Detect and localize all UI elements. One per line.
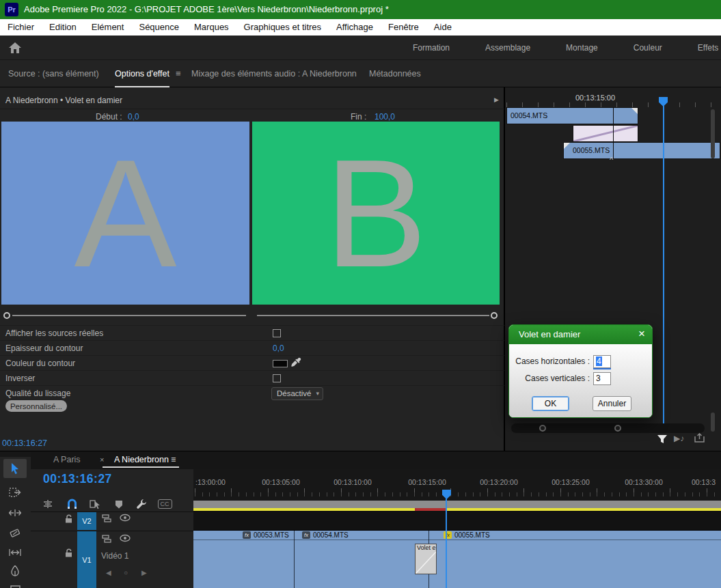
anti-aliasing-dropdown[interactable]: Désactivé▾ — [271, 387, 323, 400]
track-v1-name[interactable]: Vidéo 1 — [101, 551, 128, 561]
next-keyframe-icon[interactable]: ▶ — [141, 569, 147, 576]
menu-marques[interactable]: Marques — [187, 19, 236, 36]
tab-options-effet[interactable]: Options d'effet≡ — [115, 60, 181, 87]
play-audio-icon[interactable]: ▶♪ — [674, 434, 684, 443]
effect-controls-header: A Niederbronn • Volet en damier ▶ — [0, 93, 504, 109]
timeline-zoom-scrollbar[interactable] — [193, 501, 721, 508]
menu-element[interactable]: Elément — [84, 19, 132, 36]
timeline-ruler[interactable]: :13:00:00 00:13:05:00 00:13:10:00 00:13:… — [193, 469, 721, 499]
export-icon[interactable] — [694, 433, 705, 443]
v1-lock-icon[interactable] — [65, 548, 73, 557]
horizontal-boxes-input[interactable]: 4 — [593, 355, 611, 368]
timeline-settings-wrench-icon[interactable] — [134, 497, 149, 511]
marker-icon[interactable] — [111, 497, 126, 511]
zoom-handle-right[interactable] — [614, 425, 621, 432]
fx-badge-icon[interactable]: fx — [243, 531, 251, 539]
zoom-handle-left[interactable] — [539, 425, 546, 432]
menu-edition[interactable]: Edition — [42, 19, 84, 36]
clip-00055[interactable]: fx 00055.MTS — [428, 531, 721, 588]
track-v1-badge[interactable]: V1 — [77, 531, 96, 588]
eyedropper-icon[interactable] — [291, 357, 301, 368]
border-color-swatch[interactable] — [273, 360, 288, 367]
mini-ruler-ticks[interactable] — [506, 102, 711, 107]
track-v2-content[interactable] — [193, 511, 721, 531]
fx-badge-icon[interactable]: fx — [302, 531, 310, 539]
timeline-tab-bar: A Paris × A Niederbronn ≡ — [31, 451, 721, 469]
tab-metadonnees[interactable]: Métadonnées — [369, 60, 421, 87]
workspace-tab-assemblage[interactable]: Assemblage — [467, 36, 548, 60]
mini-clip-00055[interactable]: 00055.MTS — [563, 142, 720, 159]
end-slider-handle[interactable] — [491, 312, 498, 319]
dialog-title-bar[interactable]: Volet en damier × — [509, 325, 652, 344]
workspace-tab-effets[interactable]: Effets — [680, 36, 721, 60]
mini-vertical-scrollbar[interactable] — [711, 109, 715, 158]
show-sources-checkbox[interactable] — [273, 329, 281, 337]
effect-timeline-zoom-scrollbar[interactable] — [511, 423, 705, 433]
mini-playhead-line[interactable] — [663, 106, 664, 423]
filter-icon[interactable] — [657, 434, 668, 444]
v1-sync-lock-icon[interactable] — [102, 535, 111, 543]
expand-arrow-icon[interactable]: ▶ — [494, 96, 499, 103]
track-v2-badge[interactable]: V2 — [77, 512, 96, 530]
start-slider-track[interactable] — [12, 315, 246, 316]
v2-lock-icon[interactable] — [65, 514, 73, 523]
ok-button[interactable]: OK — [532, 396, 569, 411]
transition-volet-en-damier[interactable]: Volet e — [415, 544, 437, 574]
workspace-tab-montage[interactable]: Montage — [548, 36, 616, 60]
vertical-boxes-value: 3 — [596, 374, 601, 383]
menu-aide[interactable]: Aide — [426, 19, 459, 36]
menu-graphiques[interactable]: Graphiques et titres — [236, 19, 329, 36]
row-border-color: Couleur du contour — [0, 355, 504, 370]
v2-toggle-visibility-eye-icon[interactable] — [120, 514, 131, 522]
home-icon[interactable] — [9, 42, 21, 53]
effect-controls-timecode[interactable]: 00:13:16:27 — [2, 438, 47, 448]
timeline-playhead-line[interactable] — [446, 498, 447, 588]
ripple-edit-tool[interactable] — [5, 505, 25, 521]
rectangle-tool[interactable] — [5, 581, 25, 588]
edit-point-caret[interactable]: ^ — [610, 156, 613, 164]
vertical-boxes-input[interactable]: 3 — [593, 372, 611, 385]
add-keyframe-icon[interactable]: ○ — [124, 569, 128, 576]
timeline-timecode[interactable]: 00:13:16:27 — [43, 472, 112, 486]
ruler-label: 00:13:10:00 — [334, 478, 371, 486]
menu-fichier[interactable]: Fichier — [0, 19, 42, 36]
linked-selection-icon[interactable] — [87, 497, 103, 511]
mini-clip-00054[interactable]: 00054.MTS — [506, 107, 638, 124]
menu-fenetre[interactable]: Fenêtre — [381, 19, 426, 36]
previous-keyframe-icon[interactable]: ◀ — [106, 569, 111, 576]
workspace-tab-formation[interactable]: Formation — [395, 36, 467, 60]
v2-sync-lock-icon[interactable] — [102, 514, 111, 522]
clip-00054[interactable]: fx 00054.MTS — [294, 531, 428, 588]
track-select-forward-tool[interactable] — [5, 484, 25, 501]
start-slider-handle[interactable] — [3, 312, 10, 319]
invert-checkbox[interactable] — [273, 374, 281, 382]
border-width-value[interactable]: 0,0 — [273, 344, 284, 353]
slip-tool[interactable] — [5, 544, 25, 561]
end-slider-track[interactable] — [257, 315, 489, 316]
end-value[interactable]: 100,0 — [375, 112, 395, 122]
mini-transition-block[interactable] — [573, 125, 638, 142]
clip-00053[interactable]: fx 00053.MTS — [193, 531, 294, 588]
nested-sequence-icon[interactable] — [40, 497, 55, 511]
fx-badge-icon[interactable]: fx — [444, 531, 452, 539]
tab-source[interactable]: Source : (sans élément) — [8, 60, 99, 87]
v1-toggle-visibility-eye-icon[interactable] — [120, 534, 131, 542]
panel-menu-icon[interactable]: ≡ — [176, 68, 181, 79]
captions-icon[interactable]: CC — [157, 497, 172, 511]
selection-tool[interactable] — [3, 459, 27, 478]
timeline-tab-a-paris[interactable]: A Paris — [53, 451, 81, 468]
tab-mixage-audio[interactable]: Mixage des éléments audio : A Niederbron… — [191, 60, 357, 87]
row-anti-aliasing: Qualité du lissage Désactivé▾ — [0, 385, 504, 400]
dialog-close-icon[interactable]: × — [638, 325, 645, 343]
menu-affichage[interactable]: Affichage — [329, 19, 381, 36]
cancel-button[interactable]: Annuler — [593, 396, 631, 411]
razor-tool[interactable] — [5, 525, 25, 542]
menu-sequence[interactable]: Séquence — [131, 19, 187, 36]
pen-tool[interactable] — [5, 563, 25, 579]
workspace-tab-couleur[interactable]: Couleur — [616, 36, 680, 60]
mini-vertical-scrollbar-2[interactable] — [711, 412, 715, 432]
custom-button[interactable]: Personnalisé... — [5, 400, 67, 412]
start-value[interactable]: 0,0 — [128, 112, 139, 122]
active-tab-underline — [103, 466, 179, 468]
snap-magnet-icon[interactable] — [64, 497, 79, 511]
